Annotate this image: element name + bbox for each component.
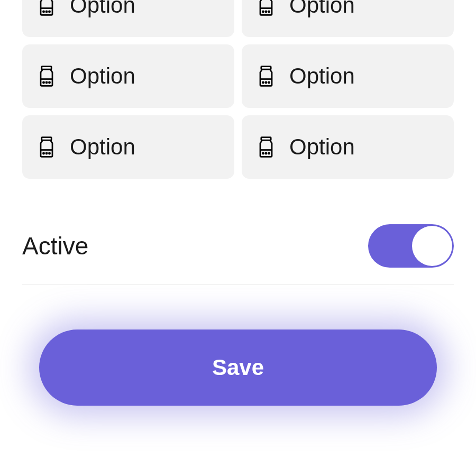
- svg-rect-25: [261, 138, 271, 141]
- active-row: Active: [22, 224, 454, 285]
- save-button[interactable]: Save: [39, 329, 437, 406]
- svg-rect-15: [261, 67, 271, 70]
- active-label: Active: [22, 232, 88, 260]
- jar-icon: [254, 0, 278, 17]
- option-card[interactable]: Option: [22, 115, 234, 179]
- active-toggle[interactable]: [368, 224, 454, 268]
- svg-point-19: [268, 82, 269, 83]
- svg-point-13: [46, 82, 47, 83]
- jar-icon: [254, 135, 278, 159]
- svg-point-27: [262, 153, 263, 154]
- svg-point-23: [46, 153, 47, 154]
- option-label: Option: [289, 0, 355, 18]
- svg-point-24: [49, 153, 50, 154]
- svg-point-17: [262, 82, 263, 83]
- svg-point-18: [266, 82, 267, 83]
- toggle-knob: [412, 226, 452, 266]
- svg-point-4: [49, 11, 50, 12]
- jar-icon: [35, 65, 58, 88]
- svg-point-14: [49, 82, 50, 83]
- option-card[interactable]: Option: [242, 115, 454, 179]
- option-label: Option: [289, 63, 355, 89]
- svg-point-29: [268, 153, 269, 154]
- svg-point-7: [262, 11, 263, 12]
- save-label: Save: [212, 355, 264, 380]
- svg-point-28: [266, 153, 267, 154]
- svg-point-9: [268, 11, 269, 12]
- jar-icon: [254, 65, 278, 88]
- svg-rect-10: [42, 67, 51, 70]
- svg-rect-20: [42, 138, 51, 141]
- svg-point-22: [43, 153, 44, 154]
- option-label: Option: [289, 134, 355, 160]
- option-card[interactable]: Option: [22, 0, 234, 37]
- svg-point-3: [46, 11, 47, 12]
- jar-icon: [35, 0, 58, 17]
- svg-point-2: [43, 11, 44, 12]
- svg-point-8: [266, 11, 267, 12]
- option-card[interactable]: Option: [22, 44, 234, 108]
- options-grid: Option Option Option: [22, 0, 454, 179]
- option-label: Option: [70, 63, 135, 89]
- svg-point-12: [43, 82, 44, 83]
- jar-icon: [35, 135, 58, 159]
- option-label: Option: [70, 0, 135, 18]
- option-card[interactable]: Option: [242, 0, 454, 37]
- option-card[interactable]: Option: [242, 44, 454, 108]
- option-label: Option: [70, 134, 135, 160]
